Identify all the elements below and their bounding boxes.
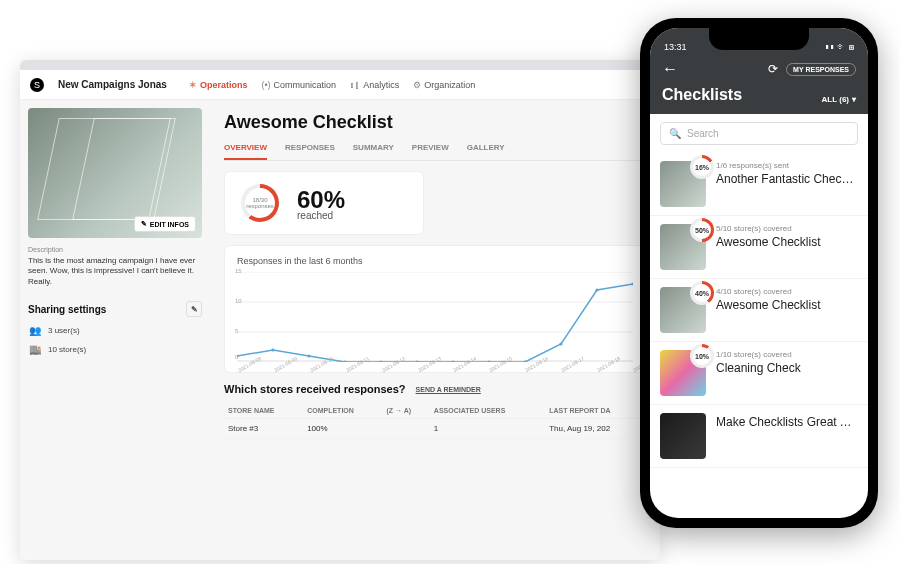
tab-overview[interactable]: OVERVIEW [224, 143, 267, 160]
ytick: 5 [235, 328, 238, 334]
svg-point-14 [595, 288, 598, 291]
list-item-sub: 4/10 store(s) covered [716, 287, 858, 296]
progress-ring-small: 10% [690, 344, 714, 368]
list-item[interactable]: 16%1/6 response(s) sentAnother Fantastic… [650, 153, 868, 216]
xtick: 2021-08-13 [417, 368, 421, 374]
tabs: OVERVIEW RESPONSES SUMMARY PREVIEW GALLE… [224, 143, 646, 161]
list-item-title: Awesome Checklist [716, 298, 858, 312]
list-item[interactable]: 50%5/10 store(s) coveredAwesome Checklis… [650, 216, 868, 279]
tab-gallery[interactable]: GALLERY [467, 143, 505, 160]
thumb-wrap: 10% [660, 350, 706, 396]
search-input[interactable]: 🔍 Search [660, 122, 858, 145]
tab-responses[interactable]: RESPONSES [285, 143, 335, 160]
table-row[interactable]: Store #3100%1Thu, Aug 19, 202 [224, 419, 646, 439]
col-last[interactable]: LAST REPORT DA [545, 403, 646, 419]
xtick: 2021-08-10 [309, 368, 313, 374]
cell-completion: 100% [303, 419, 382, 439]
list-item-sub: 1/6 response(s) sent [716, 161, 858, 170]
nav-operations[interactable]: ✶Operations [189, 80, 248, 90]
edit-infos-button[interactable]: ✎ EDIT INFOS [134, 216, 196, 232]
checklist-thumb [660, 413, 706, 459]
refresh-icon[interactable]: ⟳ [768, 62, 778, 76]
app-logo: S [30, 78, 44, 92]
col-users[interactable]: ASSOCIATED USERS [430, 403, 545, 419]
chart-title: Responses in the last 6 months [237, 256, 633, 266]
xtick: 2021-08-08 [237, 368, 241, 374]
xtick: 2021-08-14 [452, 368, 456, 374]
analytics-icon: ⫾⫿ [350, 80, 360, 90]
thumb-wrap: 16% [660, 161, 706, 207]
xtick: 2021-08-17 [560, 368, 564, 374]
tab-preview[interactable]: PREVIEW [412, 143, 449, 160]
responses-chart: 15 10 5 0 2021-08-082021-08-092021-08-10… [237, 272, 633, 362]
nav-analytics[interactable]: ⫾⫿Analytics [350, 80, 399, 90]
list-item[interactable]: 10%1/10 store(s) coveredCleaning Check [650, 342, 868, 405]
top-nav: ✶Operations (•)Communication ⫾⫿Analytics… [189, 80, 475, 90]
list-item[interactable]: Make Checklists Great A… [650, 405, 868, 468]
main-column: Awesome Checklist OVERVIEW RESPONSES SUM… [210, 100, 660, 560]
progress-ring-small: 50% [690, 218, 714, 242]
left-column: ✎ EDIT INFOS Description This is the mos… [20, 100, 210, 560]
progress-ring-small: 40% [690, 281, 714, 305]
svg-point-6 [307, 354, 310, 357]
cell-za [383, 419, 430, 439]
kpi-card: 18/30 responses 60% reached [224, 171, 424, 235]
thumb-wrap: 40% [660, 287, 706, 333]
list-item-sub: 1/10 store(s) covered [716, 350, 858, 359]
users-icon: 👥 [28, 325, 42, 336]
communication-icon: (•) [261, 80, 270, 90]
list-item-text: Make Checklists Great A… [716, 413, 858, 429]
description-label: Description [28, 246, 202, 253]
back-button[interactable]: ← [662, 60, 678, 78]
description-text: This is the most amazing campaign I have… [28, 256, 202, 287]
desktop-window: S New Campaigns Jonas ✶Operations (•)Com… [20, 60, 660, 560]
xtick: 2021-08-15 [488, 368, 492, 374]
xtick: 2021-08-12 [381, 368, 385, 374]
progress-ring-small: 16% [690, 155, 714, 179]
sharing-settings: Sharing settings ✎ 👥 3 user(s) 🏬 10 stor… [28, 301, 202, 355]
svg-point-13 [559, 342, 562, 345]
tab-summary[interactable]: SUMMARY [353, 143, 394, 160]
description-block: Description This is the most amazing cam… [28, 246, 202, 287]
operations-icon: ✶ [189, 80, 197, 90]
filter-all[interactable]: ALL (6)▾ [822, 95, 856, 104]
content: ✎ EDIT INFOS Description This is the mos… [20, 100, 660, 560]
nav-communication[interactable]: (•)Communication [261, 80, 336, 90]
campaign-hero-image: ✎ EDIT INFOS [28, 108, 202, 238]
search-placeholder: Search [687, 128, 719, 139]
ytick: 0 [235, 354, 238, 360]
ring-label: responses [246, 203, 274, 209]
stores-table-section: Which stores received responses? SEND A … [224, 383, 646, 439]
xtick: 2021-08-19 [632, 368, 636, 374]
list-item[interactable]: 40%4/10 store(s) coveredAwesome Checklis… [650, 279, 868, 342]
checklist-list[interactable]: 16%1/6 response(s) sentAnother Fantastic… [650, 153, 868, 518]
mobile-title: Checklists [662, 86, 742, 104]
xtick: 2021-08-16 [524, 368, 528, 374]
list-item-text: 4/10 store(s) coveredAwesome Checklist [716, 287, 858, 312]
status-time: 13:31 [664, 42, 687, 52]
table-title: Which stores received responses? [224, 383, 406, 395]
mobile-header: ← ⟳ MY RESPONSES Checklists ALL (6)▾ [650, 54, 868, 114]
nav-organization[interactable]: ⚙Organization [413, 80, 475, 90]
status-icons: ▮▮ ᯤ ▣ [825, 42, 854, 52]
col-store[interactable]: STORE NAME [224, 403, 303, 419]
list-item-text: 5/10 store(s) coveredAwesome Checklist [716, 224, 858, 249]
sharing-title: Sharing settings [28, 304, 106, 315]
pencil-icon: ✎ [141, 220, 147, 228]
thumb-wrap: 50% [660, 224, 706, 270]
send-reminder-link[interactable]: SEND A REMINDER [416, 386, 481, 393]
list-item-title: Cleaning Check [716, 361, 858, 375]
col-za[interactable]: (Z → A) [383, 403, 430, 419]
list-item-text: 1/10 store(s) coveredCleaning Check [716, 350, 858, 375]
sharing-edit-button[interactable]: ✎ [186, 301, 202, 317]
stores-table: STORE NAME COMPLETION (Z → A) ASSOCIATED… [224, 403, 646, 439]
sharing-stores-row: 🏬 10 store(s) [28, 344, 202, 355]
ytick: 15 [235, 268, 242, 274]
progress-ring: 18/30 responses [241, 184, 279, 222]
browser-tabbar [20, 60, 660, 70]
xtick: 2021-08-18 [596, 368, 600, 374]
thumb-wrap [660, 413, 706, 459]
col-completion[interactable]: COMPLETION [303, 403, 382, 419]
page-title: Awesome Checklist [224, 112, 646, 133]
my-responses-button[interactable]: MY RESPONSES [786, 63, 856, 76]
